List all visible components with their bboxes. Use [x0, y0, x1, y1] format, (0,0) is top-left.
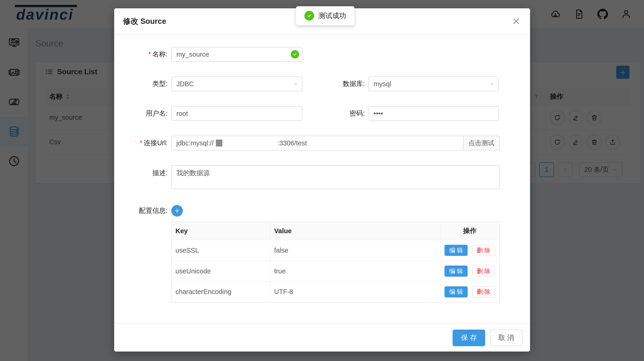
type-db-row: 类型: JDBC 数据库: mysql: [114, 76, 530, 91]
user-pwd-row: 用户名: 密码:: [114, 106, 530, 121]
database-value: mysql: [374, 80, 391, 88]
test-connection-button[interactable]: 点击测试: [463, 136, 500, 150]
database-select[interactable]: mysql: [368, 76, 499, 91]
davinci-app: davinci: [0, 0, 644, 361]
edit-config-button[interactable]: 编 辑: [444, 245, 468, 256]
name-input[interactable]: [171, 47, 302, 62]
plus-icon: [174, 208, 180, 214]
save-button[interactable]: 保 存: [452, 330, 485, 346]
url-label: 连接Url:: [144, 139, 168, 146]
close-icon: [512, 17, 521, 26]
type-label: 类型:: [152, 80, 168, 87]
url-input[interactable]: jdbc:mysql://:3306/test: [171, 136, 463, 150]
config-key-header: Key: [172, 222, 270, 240]
delete-config-button[interactable]: 删 除: [472, 286, 495, 298]
delete-config-button[interactable]: 删 除: [472, 245, 495, 256]
url-prefix: jdbc:mysql://: [176, 139, 214, 147]
config-key: useUnicode: [172, 261, 270, 282]
username-label: 用户名:: [146, 110, 168, 117]
config-key: useSSL: [172, 240, 270, 261]
success-toast: 测试成功: [296, 6, 354, 25]
url-row: *连接Url: jdbc:mysql://:3306/test 点击测试: [114, 136, 530, 150]
modal-close-button[interactable]: [512, 17, 521, 26]
config-table-row: useUnicode true 编 辑 删 除: [172, 261, 500, 282]
config-value: true: [270, 261, 440, 282]
cancel-button[interactable]: 取 消: [490, 330, 522, 346]
config-table: Key Value 操作 useSSL false 编 辑 删 除 useUni…: [171, 222, 500, 302]
valid-check-icon: [291, 50, 299, 58]
url-suffix: :3306/test: [278, 139, 307, 147]
type-value: JDBC: [176, 80, 194, 88]
config-action-header: 操作: [440, 222, 500, 240]
config-label: 配置信息:: [139, 207, 168, 214]
config-row: 配置信息:: [114, 204, 530, 217]
type-select[interactable]: JDBC: [171, 76, 302, 91]
username-input[interactable]: [171, 106, 302, 121]
config-table-row: useSSL false 编 辑 删 除: [172, 240, 500, 261]
name-label: 名称:: [152, 50, 168, 58]
name-row: *名称:: [114, 47, 530, 62]
password-input[interactable]: [368, 106, 499, 121]
toast-message: 测试成功: [318, 11, 346, 20]
required-asterisk: *: [140, 139, 142, 146]
config-table-header: Key Value 操作: [172, 222, 500, 240]
modal-footer: 保 存 取 消: [114, 324, 530, 352]
password-label: 密码:: [350, 110, 365, 117]
delete-config-button[interactable]: 删 除: [472, 266, 495, 277]
description-row: 描述: 我的数据源: [114, 165, 530, 189]
check-circle-icon: [304, 11, 314, 20]
config-value: UTF-8: [270, 282, 440, 302]
database-label: 数据库:: [343, 80, 365, 87]
modal-title: 修改 Source: [123, 16, 166, 26]
config-key: characterEncoding: [172, 282, 270, 302]
edit-config-button[interactable]: 编 辑: [444, 266, 468, 277]
required-asterisk: *: [148, 50, 151, 58]
add-config-button[interactable]: [171, 205, 183, 216]
edit-source-modal: 修改 Source *名称: 类型:: [114, 8, 530, 352]
description-textarea[interactable]: 我的数据源: [171, 165, 500, 189]
config-table-row: characterEncoding UTF-8 编 辑 删 除: [172, 282, 500, 302]
config-value-header: Value: [270, 222, 440, 240]
redacted-host-block: [216, 140, 222, 146]
edit-config-button[interactable]: 编 辑: [444, 286, 468, 298]
description-label: 描述:: [152, 169, 168, 176]
config-value: false: [270, 240, 440, 261]
